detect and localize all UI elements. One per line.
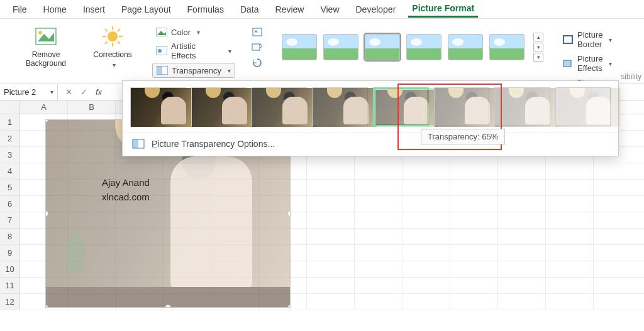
styles-expand[interactable]: ▾ <box>533 53 543 62</box>
alt-text-button[interactable]: Alt Text <box>628 23 644 68</box>
watermark-line2: xlncad.com <box>102 190 150 205</box>
color-label: Color <box>171 28 191 37</box>
row-header[interactable]: 7 <box>0 212 20 229</box>
name-box-value: Picture 2 <box>4 87 36 97</box>
picture-transparency-options-icon <box>131 138 145 149</box>
styles-scroll-down[interactable]: ▾ <box>533 43 543 52</box>
picture-effects-icon <box>562 58 574 69</box>
row-header[interactable]: 6 <box>0 196 20 212</box>
name-box-dropdown-icon[interactable]: ▾ <box>50 89 53 95</box>
tab-formulas[interactable]: Formulas <box>184 2 228 17</box>
transparency-preset[interactable] <box>374 88 438 127</box>
style-preset[interactable] <box>448 34 483 60</box>
remove-background-icon <box>35 25 57 48</box>
transparency-preset-wrap[interactable] <box>313 87 369 126</box>
tab-review[interactable]: Review <box>272 2 308 17</box>
picture-effects-button[interactable]: Picture Effects <box>558 53 616 74</box>
style-preset[interactable] <box>365 34 400 60</box>
tab-developer[interactable]: Developer <box>352 2 400 17</box>
row-header[interactable]: 12 <box>0 294 20 310</box>
compress-pictures-button[interactable] <box>248 25 267 39</box>
transparency-preset-wrap[interactable] <box>252 87 308 126</box>
fx-icon[interactable]: fx <box>93 87 104 97</box>
row-header[interactable]: 11 <box>0 278 20 294</box>
resize-handle[interactable] <box>45 119 48 122</box>
svg-line-10 <box>118 29 120 31</box>
row-header[interactable]: 2 <box>0 131 20 147</box>
row-header[interactable]: 5 <box>0 180 20 196</box>
row-header[interactable]: 1 <box>0 114 20 131</box>
column-header[interactable]: B <box>68 100 116 114</box>
transparency-gallery: Transparency: 65% Picture Transparency O… <box>122 80 619 156</box>
resize-handle[interactable] <box>165 305 171 308</box>
transparency-preset[interactable] <box>556 88 620 127</box>
tab-data[interactable]: Data <box>236 2 263 17</box>
styles-scroll-up[interactable]: ▴ <box>533 33 543 41</box>
svg-rect-17 <box>157 66 162 75</box>
transparency-preset[interactable] <box>313 88 377 127</box>
row-header[interactable]: 4 <box>0 163 20 180</box>
transparency-preset-wrap[interactable] <box>191 87 247 126</box>
svg-rect-21 <box>564 60 571 67</box>
row-header[interactable]: 3 <box>0 147 20 163</box>
ribbon: Remove Background Corrections Color Arti… <box>0 19 644 84</box>
transparency-button[interactable]: Transparency <box>152 63 235 78</box>
tab-picture-format[interactable]: Picture Format <box>408 1 478 18</box>
select-all-corner[interactable] <box>0 100 20 114</box>
picture-transparency-options[interactable]: Picture Transparency Options... <box>123 133 618 156</box>
picture-border-icon <box>562 34 574 45</box>
row-header[interactable]: 10 <box>0 261 20 278</box>
style-preset[interactable] <box>323 34 358 60</box>
color-button[interactable]: Color <box>152 25 235 39</box>
corrections-button[interactable]: Corrections <box>86 23 140 68</box>
transparency-preset[interactable] <box>495 88 559 127</box>
svg-point-2 <box>38 31 42 35</box>
transparency-preset[interactable] <box>252 88 316 127</box>
resize-handle[interactable] <box>287 210 291 217</box>
artistic-effects-button[interactable]: Artistic Effects <box>152 40 235 62</box>
tab-view[interactable]: View <box>316 2 343 17</box>
transparency-preset-wrap[interactable] <box>555 87 611 126</box>
tab-file[interactable]: File <box>9 2 31 17</box>
svg-line-8 <box>105 29 108 31</box>
resize-handle[interactable] <box>287 305 291 308</box>
transparency-preset-wrap[interactable] <box>494 87 550 126</box>
transparency-preset-wrap[interactable] <box>434 87 490 126</box>
tab-home[interactable]: Home <box>40 2 70 17</box>
transparency-preset-wrap[interactable] <box>130 87 186 126</box>
remove-background-button[interactable]: Remove Background <box>19 23 73 68</box>
reset-picture-button[interactable] <box>248 55 267 69</box>
style-preset[interactable] <box>489 34 525 60</box>
transparency-preset[interactable] <box>192 88 256 127</box>
reset-picture-icon <box>252 57 263 68</box>
svg-point-15 <box>158 49 162 53</box>
transparency-preset-wrap[interactable] <box>373 87 429 126</box>
style-preset[interactable] <box>282 34 317 60</box>
picture-transparency-options-label: Picture Transparency Options... <box>152 139 275 149</box>
style-preset[interactable] <box>406 34 441 60</box>
cancel-entry-icon[interactable]: ✕ <box>63 87 74 97</box>
picture-effects-label: Picture Effects <box>577 54 602 73</box>
column-header[interactable]: A <box>20 100 68 114</box>
row-header[interactable]: 8 <box>0 229 20 245</box>
picture-styles-gallery: ▴ ▾ ▾ <box>279 23 546 62</box>
transparency-preset[interactable] <box>131 88 195 127</box>
resize-handle[interactable] <box>45 210 48 217</box>
name-box[interactable]: Picture 2 ▾ <box>0 84 58 100</box>
transparency-presets-row <box>123 81 618 133</box>
corrections-icon <box>101 25 124 48</box>
transparency-preset[interactable] <box>435 88 499 127</box>
change-picture-button[interactable] <box>248 40 267 54</box>
watermark-line1: Ajay Anand <box>102 176 150 190</box>
picture-border-button[interactable]: Picture Border <box>558 29 616 50</box>
row-header[interactable]: 9 <box>0 245 20 261</box>
watermark-text: Ajay Anand xlncad.com <box>102 176 150 204</box>
compress-pictures-icon <box>252 26 263 38</box>
tab-page-layout[interactable]: Page Layout <box>118 2 175 17</box>
svg-line-11 <box>105 41 108 44</box>
confirm-entry-icon[interactable]: ✓ <box>78 87 89 97</box>
color-icon <box>156 26 167 38</box>
tab-insert[interactable]: Insert <box>79 2 109 17</box>
transparency-icon <box>157 65 168 76</box>
svg-point-3 <box>108 31 118 41</box>
